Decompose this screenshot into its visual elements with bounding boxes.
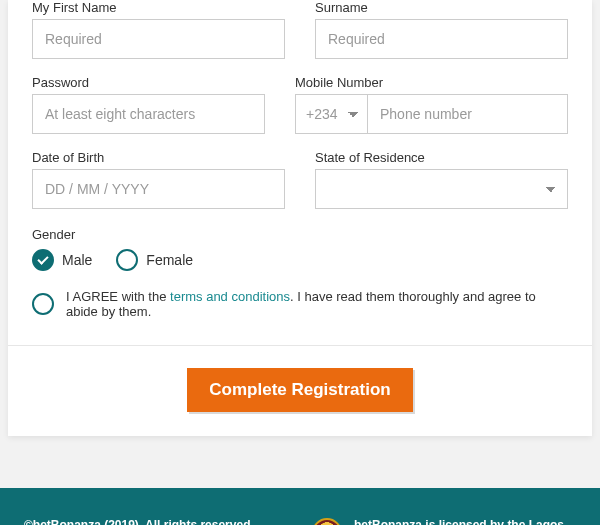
gender-female-label: Female: [146, 252, 193, 268]
footer-license: betBonanza is licensed by the Lagos Stat…: [354, 516, 576, 525]
dob-input[interactable]: [32, 169, 285, 209]
footer: ©betBonanza (2019). All rights reserved.…: [0, 488, 600, 525]
mobile-label: Mobile Number: [295, 75, 568, 90]
dob-label: Date of Birth: [32, 150, 285, 165]
footer-copyright: ©betBonanza (2019). All rights reserved.…: [24, 516, 288, 525]
state-select[interactable]: [315, 169, 568, 209]
divider: [8, 345, 592, 346]
password-label: Password: [32, 75, 265, 90]
radio-unchecked-icon: [116, 249, 138, 271]
mobile-input-group: +234: [295, 94, 568, 134]
complete-registration-button[interactable]: Complete Registration: [187, 368, 412, 412]
agree-checkbox[interactable]: [32, 293, 54, 315]
license-badge-icon: [312, 518, 342, 525]
first-name-input[interactable]: [32, 19, 285, 59]
radio-checked-icon: [32, 249, 54, 271]
gender-female-radio[interactable]: Female: [116, 249, 193, 271]
agree-text: I AGREE with the terms and conditions. I…: [66, 289, 568, 319]
surname-input[interactable]: [315, 19, 568, 59]
phone-number-input[interactable]: [368, 95, 567, 133]
terms-link[interactable]: terms and conditions: [170, 289, 290, 304]
gender-male-radio[interactable]: Male: [32, 249, 92, 271]
surname-label: Surname: [315, 0, 568, 15]
gender-label: Gender: [32, 227, 75, 242]
agree-row: I AGREE with the terms and conditions. I…: [32, 289, 568, 319]
first-name-label: My First Name: [32, 0, 285, 15]
gender-male-label: Male: [62, 252, 92, 268]
password-input[interactable]: [32, 94, 265, 134]
country-code-select[interactable]: +234: [296, 95, 368, 133]
registration-form: My First Name Surname Password Mobile Nu…: [8, 0, 592, 436]
state-label: State of Residence: [315, 150, 568, 165]
